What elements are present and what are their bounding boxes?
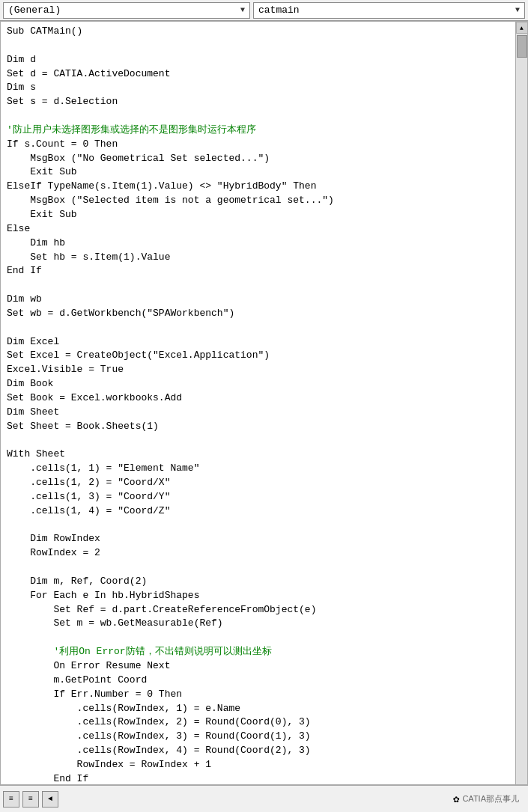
general-dropdown[interactable]: (General) ▼ [3, 2, 250, 19]
window-container: (General) ▼ catmain ▼ Sub CATMain() Dim … [0, 0, 528, 812]
catmain-dropdown[interactable]: catmain ▼ [253, 2, 525, 19]
scroll-thumb[interactable] [517, 35, 527, 58]
bottom-btn-3[interactable]: ◄ [42, 791, 58, 808]
scroll-up-button[interactable]: ▲ [516, 22, 528, 34]
toolbar-row: (General) ▼ catmain ▼ [0, 0, 528, 21]
scrollbar-track[interactable]: ▲ [515, 22, 527, 784]
general-dropdown-arrow: ▼ [240, 6, 245, 14]
bottom-btn-2[interactable]: ≡ [22, 791, 39, 808]
watermark-text: CATIA那点事儿 [462, 793, 519, 805]
catmain-dropdown-label: catmain [258, 4, 512, 16]
bottom-right: ✿ CATIA那点事儿 [453, 793, 525, 805]
general-dropdown-label: (General) [8, 4, 237, 16]
bottom-bar: ≡ ≡ ◄ ✿ CATIA那点事儿 [0, 785, 528, 812]
bottom-left: ≡ ≡ ◄ [3, 791, 58, 808]
code-area: Sub CATMain() Dim d Set d = CATIA.Active… [0, 21, 528, 785]
catmain-dropdown-arrow: ▼ [515, 6, 520, 14]
watermark-icon: ✿ [453, 793, 459, 805]
bottom-btn-1[interactable]: ≡ [3, 791, 19, 808]
code-content[interactable]: Sub CATMain() Dim d Set d = CATIA.Active… [1, 22, 515, 784]
